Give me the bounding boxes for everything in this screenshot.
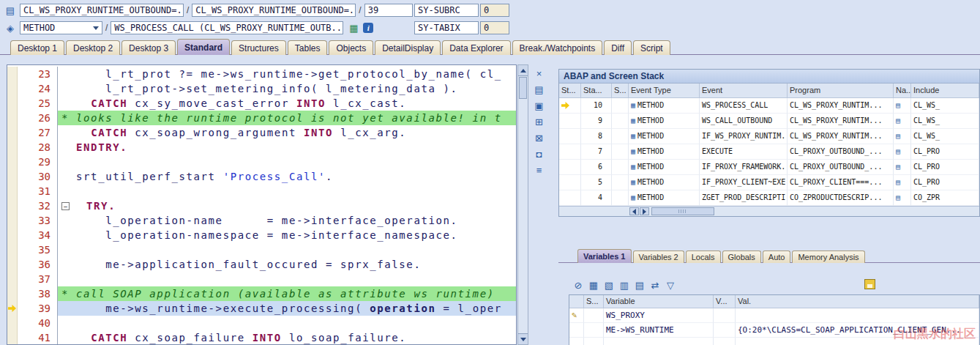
table-save-icon[interactable]: ▥	[618, 279, 631, 291]
copy-icon[interactable]: ▣	[533, 100, 545, 111]
stack-row[interactable]: 8▦METHODIF_WS_PROXY_RUNTIM...CL_WS_PROXY…	[559, 129, 979, 144]
code-line[interactable]: 24 l_rt_prot->set_metering_info( l_meter…	[7, 81, 516, 96]
display-more-icon[interactable]: ⊞	[533, 116, 545, 127]
code-editor[interactable]: 23 l_rt_prot ?= me->ws_runtime->get_prot…	[7, 64, 517, 345]
info-icon[interactable]: i	[363, 23, 373, 33]
stack-row[interactable]: 6▦METHODIF_PROXY_FRAMEWORK...CL_PROXY_OU…	[559, 160, 979, 175]
code-line[interactable]: 33 l_operation-name = me->interface_oper…	[7, 213, 516, 228]
structure-icon[interactable]: ≡	[533, 164, 545, 176]
breakpoint-margin[interactable]	[7, 199, 18, 213]
breakpoint-margin[interactable]	[7, 169, 18, 184]
code-line[interactable]: 35	[7, 242, 516, 257]
close-icon[interactable]: ×	[533, 67, 545, 79]
delete-icon[interactable]: ⊠	[533, 132, 545, 144]
code-line[interactable]: 31	[7, 184, 516, 199]
breakpoint-margin[interactable]	[7, 155, 18, 169]
code-line[interactable]: 32− TRY.	[7, 199, 516, 213]
scroll-up-button[interactable]	[518, 65, 528, 76]
variable-row[interactable]: ✎WS_PROXY	[569, 308, 979, 323]
tab-standard[interactable]: Standard	[177, 39, 230, 55]
breakpoint-margin[interactable]	[7, 316, 18, 330]
code-line[interactable]: 36 me->application_fault_occured = sprx_…	[7, 257, 516, 272]
table-view-icon[interactable]: ▦	[587, 279, 600, 291]
code-line[interactable]: 28 ENDTRY.	[7, 140, 516, 155]
table-edit-icon[interactable]: ▧	[602, 279, 616, 291]
fold-marker[interactable]: −	[61, 202, 70, 210]
tab-memory-analysis[interactable]: Memory Analysis	[792, 251, 864, 263]
tab-structures[interactable]: Structures	[231, 40, 286, 55]
breakpoint-margin[interactable]	[7, 257, 18, 272]
breakpoint-margin[interactable]	[7, 330, 18, 345]
lock-icon[interactable]: ◘	[533, 148, 545, 160]
tab-variables-2[interactable]: Variables 2	[633, 251, 684, 263]
event-name-field[interactable]: WS_PROCESS_CALL (CL_WS_PROXY_RUNTIME_OUT…	[111, 21, 343, 34]
tab-objects[interactable]: Objects	[329, 40, 373, 55]
tab-diff[interactable]: Diff	[604, 40, 632, 55]
breakpoint-margin[interactable]	[7, 67, 18, 81]
code-line[interactable]: 37	[7, 272, 516, 286]
code-line[interactable]: 38* call SOAP application (available as …	[7, 286, 516, 301]
code-line[interactable]: 25 CATCH cx_sy_move_cast_error INTO l_cx…	[7, 96, 516, 111]
stack-horizontal-scrollbar[interactable]	[559, 206, 979, 216]
breakpoint-margin[interactable]	[7, 111, 18, 125]
code-line[interactable]: 39 me->ws_runtime->execute_processing( o…	[7, 301, 516, 316]
code-line[interactable]: 23 l_rt_prot ?= me->ws_runtime->get_prot…	[7, 67, 516, 81]
code-line[interactable]: 27 CATCH cx_soap_wrong_argument INTO l_c…	[7, 125, 516, 140]
scroll-left-button[interactable]	[629, 207, 639, 215]
stack-row[interactable]: 7▦METHODEXECUTECL_PROXY_OUTBOUND_...▤CL_…	[559, 144, 979, 160]
breakpoint-margin[interactable]	[7, 81, 18, 96]
include-nav-icon[interactable]: ▤	[896, 160, 900, 174]
dropdown-arrow-icon[interactable]	[93, 26, 99, 30]
scroll-right-button[interactable]	[640, 207, 649, 215]
breakpoint-margin[interactable]	[7, 96, 18, 111]
breakpoint-margin[interactable]	[7, 301, 18, 316]
stack-row[interactable]: 9▦METHODWS_CALL_OUTBOUNDCL_WS_PROXY_RUNT…	[559, 114, 979, 129]
scrollbar-thumb[interactable]	[519, 77, 527, 99]
breakpoint-margin[interactable]	[7, 286, 18, 301]
tab-desktop-1[interactable]: Desktop 1	[10, 40, 64, 55]
delete-icon[interactable]: ⊘	[572, 279, 585, 291]
new-window-icon[interactable]: ▤	[533, 84, 545, 95]
filter-icon[interactable]: ▽	[664, 279, 677, 291]
include-nav-icon[interactable]: ▤	[896, 190, 900, 205]
code-line[interactable]: 34 l_operation-namespace = me->interface…	[7, 228, 516, 242]
tab-data-explorer[interactable]: Data Explorer	[442, 40, 510, 55]
swap-icon[interactable]: ⇄	[648, 279, 662, 291]
tab-auto[interactable]: Auto	[763, 251, 791, 263]
code-line[interactable]: 40	[7, 316, 516, 330]
tab-detaildisplay[interactable]: DetailDisplay	[375, 40, 441, 55]
insert-columns-icon[interactable]: ▤	[633, 279, 646, 291]
include-nav-icon[interactable]: ▤	[896, 144, 900, 159]
code-line[interactable]: 30 srt_util_perf_start 'Process_Call'.	[7, 169, 516, 184]
include-nav-icon[interactable]: ▤	[896, 98, 900, 113]
include-nav-icon[interactable]: ▤	[896, 175, 900, 190]
tab-globals[interactable]: Globals	[722, 251, 761, 263]
breakpoint-margin[interactable]	[7, 125, 18, 140]
event-type-field[interactable]: METHOD	[20, 21, 102, 34]
code-line[interactable]: 29	[7, 155, 516, 169]
stack-row[interactable]: 10▦METHODWS_PROCESS_CALLCL_WS_PROXY_RUNT…	[559, 98, 979, 114]
editor-vertical-scrollbar[interactable]	[517, 64, 528, 345]
tab-variables-1[interactable]: Variables 1	[577, 249, 632, 263]
scrollbar-thumb[interactable]	[651, 207, 714, 215]
save-layout-icon[interactable]	[864, 279, 875, 289]
breakpoint-margin[interactable]	[7, 140, 18, 155]
breakpoint-margin[interactable]	[7, 213, 18, 228]
breakpoint-margin[interactable]	[7, 242, 18, 257]
tab-desktop-3[interactable]: Desktop 3	[121, 40, 176, 55]
stack-row[interactable]: 5▦METHODIF_PROXY_CLIENT~EXE...CL_PROXY_C…	[559, 175, 979, 190]
scroll-down-button[interactable]	[518, 333, 528, 344]
tab-desktop-2[interactable]: Desktop 2	[66, 40, 120, 55]
code-line[interactable]: 41 CATCH cx_soap_failure INTO lo_soap_fa…	[7, 330, 516, 345]
class-field-1[interactable]: CL_WS_PROXY_RUNTIME_OUTBOUND=...	[20, 4, 184, 17]
class-field-2[interactable]: CL_WS_PROXY_RUNTIME_OUTBOUND=...	[192, 4, 356, 17]
breakpoint-margin[interactable]	[7, 228, 18, 242]
line-number-field[interactable]: 39	[364, 4, 413, 17]
breakpoint-margin[interactable]	[7, 184, 18, 199]
stack-row[interactable]: 4▦METHODZGET_PROD_DESCRIPTI...CO_ZPRODUC…	[559, 190, 979, 206]
include-nav-icon[interactable]: ▤	[896, 129, 900, 144]
tab-tables[interactable]: Tables	[288, 40, 328, 55]
breakpoint-margin[interactable]	[7, 272, 18, 286]
include-nav-icon[interactable]: ▤	[896, 114, 900, 128]
tab-script[interactable]: Script	[633, 40, 670, 55]
